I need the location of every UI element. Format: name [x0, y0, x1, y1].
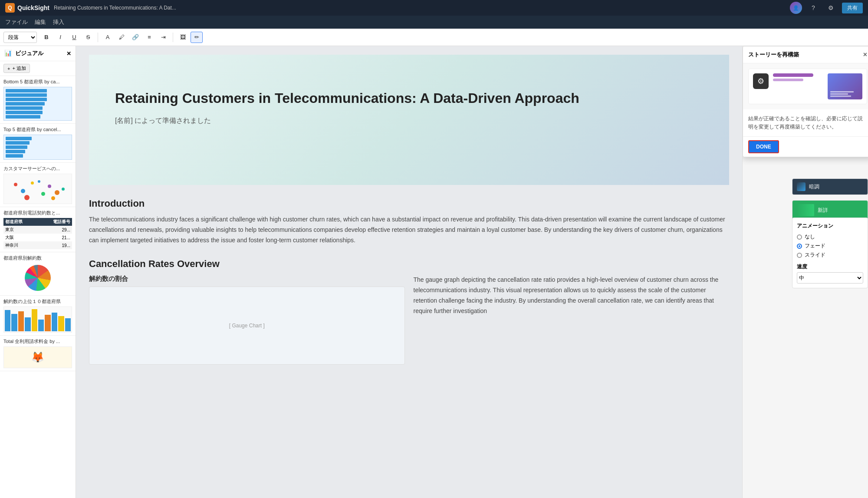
radio-fade[interactable]: フェード [797, 242, 863, 250]
bar-chart-preview-2 [6, 137, 70, 158]
animation-section: アニメーション なし フェード スライド 速度 中 遅い 速い [792, 218, 868, 288]
radio-circle-none [797, 234, 802, 240]
menu-file[interactable]: ファイル [5, 18, 28, 26]
gauge-chart-placeholder: [ Gauge Chart ] [89, 287, 405, 365]
toolbar-divider-2 [173, 33, 173, 42]
sidebar-close-icon[interactable]: ✕ [66, 50, 71, 57]
indent-button[interactable]: ⇥ [157, 32, 169, 43]
table-preview: 都道府県 電話番号 東京29... 大阪21... 神奈川19... [3, 218, 72, 249]
link-button[interactable]: 🔗 [129, 32, 141, 43]
menu-edit[interactable]: 編集 [35, 18, 46, 26]
topbar: Q QuickSight Retaining Customers in Tele… [0, 0, 868, 16]
speed-label: 速度 [797, 263, 863, 270]
new-item-label: 新詳 [818, 207, 828, 214]
list-item[interactable]: カスタマーサービスへの... [0, 163, 76, 207]
strikethrough-button[interactable]: S [82, 32, 94, 43]
speed-select[interactable]: 中 遅い 速い [797, 272, 863, 284]
sidebar-title: 📊 ビジュアル [4, 49, 43, 57]
popup-description: 結果が正確であることを確認し、必要に応じて説明を変更して再度構築してください。 [743, 109, 868, 137]
radio-slide[interactable]: スライド [797, 251, 863, 259]
pen-button[interactable]: ✏ [191, 32, 203, 43]
section-body: The telecommunications industry faces a … [89, 214, 729, 245]
preview-card: ⚙ [748, 69, 867, 104]
table-cell: 29... [38, 226, 72, 234]
table-header: 都道府県 [3, 218, 38, 226]
preview-lines [828, 89, 862, 99]
help-icon[interactable]: ? [807, 2, 819, 14]
cancellation-section: Cancellation Rates Overview 解約数の割合 [ Gau… [89, 258, 729, 365]
paragraph-select[interactable]: 段落 見出し1 見出し2 [3, 32, 37, 43]
toolbar: 段落 見出し1 見出し2 B I U S A 🖊 🔗 ≡ ⇥ 🖼 ✏ [0, 29, 868, 46]
bar-vertical-preview [3, 307, 72, 333]
animation-title: アニメーション [797, 222, 863, 230]
add-visual-button[interactable]: ++ 追加 [3, 64, 30, 73]
scatter-chart-preview [3, 174, 72, 204]
align-button[interactable]: ≡ [143, 32, 155, 43]
preview-line [830, 96, 851, 97]
section-body-2: The gauge graph depicting the cancellati… [414, 275, 730, 316]
document-area[interactable]: Retaining Customers in Telecommunication… [76, 46, 742, 498]
table-header: 電話番号 [38, 218, 72, 226]
list-item[interactable]: Total 全利用請求料金 by ... 🦊 [0, 336, 76, 371]
sidebar-item-title: 解約数の上位１０都道府県 [3, 298, 72, 305]
user-avatar[interactable]: 👤 [790, 2, 802, 14]
tab-title: Retaining Customers in Telecommunication… [54, 5, 786, 11]
radio-label-none: なし [805, 233, 815, 241]
sidebar-item-title: Top 5 都道府県 by cancel... [3, 126, 72, 133]
preview-bar-1 [773, 73, 813, 77]
doc-subtitle: [名前] によって準備されました [115, 116, 703, 125]
sidebar-item-title: Bottom 5 都道府県 by ca... [3, 79, 72, 85]
highlight-button[interactable]: 🖊 [115, 32, 128, 43]
radio-circle-slide [797, 253, 802, 258]
column-right: The gauge graph depicting the cancellati… [414, 275, 730, 365]
radio-circle-fade [797, 244, 802, 249]
radio-none[interactable]: なし [797, 233, 863, 241]
bold-button[interactable]: B [40, 32, 53, 43]
sidebar-add-area: ++ 追加 [0, 61, 76, 76]
settings-icon[interactable]: ⚙ [825, 2, 837, 14]
list-item[interactable]: Top 5 都道府県 by cancel... [0, 124, 76, 163]
radio-label-slide: スライド [805, 251, 825, 259]
pie-chart-preview [25, 265, 51, 291]
column-left: 解約数の割合 [ Gauge Chart ] [89, 275, 405, 365]
done-button[interactable]: DONE [748, 140, 779, 153]
main-area: 📊 ビジュアル ✕ ++ 追加 Bottom 5 都道府県 by ca... [0, 46, 868, 498]
two-column-layout: 解約数の割合 [ Gauge Chart ] The gauge graph d… [89, 275, 729, 365]
list-item[interactable]: 都道府県別電話契約数と... 都道府県 電話番号 東京29... 大阪21...… [0, 207, 76, 252]
sidebar-item-title: 都道府県別電話契約数と... [3, 210, 72, 216]
menu-insert[interactable]: 挿入 [53, 18, 64, 26]
section-heading: Introduction [89, 198, 729, 209]
preview-image [828, 73, 862, 99]
left-sidebar: 📊 ビジュアル ✕ ++ 追加 Bottom 5 都道府県 by ca... [0, 46, 76, 498]
preview-icon: ⚙ [753, 73, 769, 89]
toolbar-divider-1 [98, 33, 98, 42]
logo-icon: Q [5, 3, 15, 13]
list-item[interactable]: Bottom 5 都道府県 by ca... [0, 76, 76, 124]
image-button[interactable]: 🖼 [177, 32, 189, 43]
preview-bar-2 [773, 79, 803, 81]
table-cell: 大阪 [3, 234, 38, 241]
menubar: ファイル 編集 挿入 [0, 16, 868, 29]
subsection-title: 解約数の割合 [89, 275, 405, 283]
table-cell: 21... [38, 234, 72, 241]
text-color-button[interactable]: A [102, 32, 114, 43]
preview-content [773, 73, 823, 99]
theme-button[interactable]: 暗調 [792, 178, 868, 195]
popup-close-button[interactable]: × [863, 51, 867, 59]
table-cell: 神奈川 [3, 241, 38, 249]
list-item[interactable]: 解約数の上位１０都道府県 [0, 296, 76, 336]
popup-preview-area: ⚙ [743, 63, 868, 109]
app-logo: Q QuickSight [5, 3, 49, 13]
italic-button[interactable]: I [54, 32, 66, 43]
list-item[interactable]: 都道府県別解約数 [0, 252, 76, 296]
underline-button[interactable]: U [68, 32, 80, 43]
table-cell: 東京 [3, 226, 38, 234]
story-rebuild-popup: ストーリーを再構築 × ⚙ [743, 46, 868, 157]
table-cell: 19... [38, 241, 72, 249]
share-button[interactable]: 共有 [842, 3, 863, 13]
topbar-right: 👤 ? ⚙ 共有 [790, 2, 863, 14]
new-item-preview [797, 204, 814, 216]
animation-options: なし フェード スライド [797, 233, 863, 259]
doc-cover: Retaining Customers in Telecommunication… [89, 55, 729, 185]
sidebar-item-title: カスタマーサービスへの... [3, 165, 72, 172]
